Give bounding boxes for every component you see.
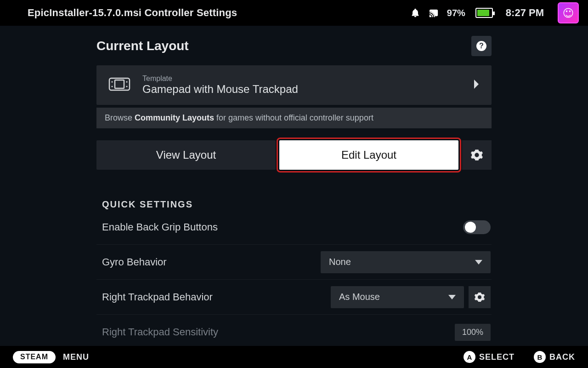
svg-point-11	[126, 81, 127, 82]
view-layout-button[interactable]: View Layout	[96, 140, 276, 170]
chevron-down-icon	[448, 295, 456, 299]
row-right-trackpad-behavior[interactable]: Right Trackpad Behavior As Mouse	[96, 280, 492, 315]
back-grip-label: Enable Back Grip Buttons	[102, 221, 463, 233]
clock: 8:27 PM	[506, 7, 544, 19]
menu-button[interactable]: MENU	[63, 352, 89, 362]
chevron-down-icon	[475, 260, 482, 264]
quick-settings-heading: QUICK SETTINGS	[96, 199, 492, 210]
template-label: Template	[142, 75, 298, 83]
template-name: Gamepad with Mouse Trackpad	[142, 83, 298, 96]
battery-icon	[475, 8, 493, 18]
hint-select: A SELECT	[464, 351, 514, 363]
row-back-grip[interactable]: Enable Back Grip Buttons	[96, 210, 492, 245]
svg-point-12	[126, 86, 127, 87]
help-button[interactable]: ?	[471, 36, 492, 56]
rt-behavior-settings-button[interactable]	[469, 286, 491, 308]
battery-percentage: 97%	[447, 8, 465, 18]
a-button-icon: A	[464, 351, 475, 363]
rt-sens-label: Right Trackpad Sensitivity	[102, 326, 455, 338]
template-card[interactable]: Template Gamepad with Mouse Trackpad	[96, 65, 492, 105]
current-layout-heading: Current Layout	[96, 39, 471, 53]
back-grip-toggle[interactable]	[463, 220, 491, 234]
steam-button[interactable]: STEAM	[13, 351, 56, 363]
svg-text:?: ?	[479, 42, 484, 50]
svg-rect-8	[115, 80, 124, 88]
row-right-trackpad-sensitivity[interactable]: Right Trackpad Sensitivity 100%	[96, 315, 492, 350]
svg-point-9	[111, 81, 113, 82]
avatar[interactable]	[558, 2, 579, 23]
svg-point-10	[111, 86, 113, 87]
edit-layout-button[interactable]: Edit Layout	[279, 140, 458, 170]
rt-sens-value: 100%	[455, 324, 491, 341]
b-button-icon: B	[534, 351, 546, 363]
cast-icon[interactable]	[429, 8, 439, 18]
page-title: EpicInstaller-15.7.0.msi Controller Sett…	[28, 7, 402, 19]
footer-bar: STEAM MENU A SELECT B BACK	[0, 346, 588, 368]
chevron-right-icon	[473, 80, 480, 91]
steamdeck-icon	[108, 77, 130, 93]
gyro-select[interactable]: None	[321, 251, 491, 273]
row-gyro-behavior[interactable]: Gyro Behavior None	[96, 245, 492, 280]
layout-settings-button[interactable]	[462, 140, 492, 170]
hint-back: B BACK	[534, 351, 575, 363]
rt-behavior-label: Right Trackpad Behavior	[102, 291, 331, 303]
community-layouts-banner[interactable]: Browse Community Layouts for games witho…	[96, 108, 492, 128]
gyro-label: Gyro Behavior	[102, 256, 321, 268]
status-bar: EpicInstaller-15.7.0.msi Controller Sett…	[0, 0, 588, 26]
bell-icon[interactable]	[410, 8, 420, 18]
rt-behavior-select[interactable]: As Mouse	[331, 286, 464, 308]
